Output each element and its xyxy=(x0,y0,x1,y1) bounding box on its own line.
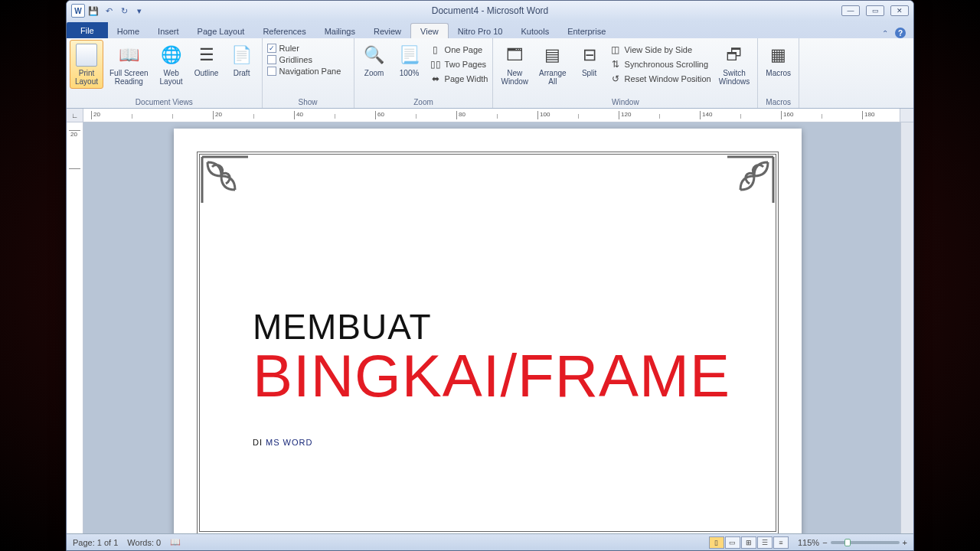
tab-mailings[interactable]: Mailings xyxy=(315,24,364,38)
ribbon-tabs: File Home Insert Page Layout References … xyxy=(67,21,913,38)
split-button[interactable]: ⊟Split xyxy=(573,40,606,80)
zoom-slider[interactable] xyxy=(831,541,900,544)
macros-icon: ▦ xyxy=(766,43,791,67)
group-macros: ▦Macros Macros xyxy=(758,38,799,108)
outline-icon: ☰ xyxy=(194,43,219,67)
status-bar: Page: 1 of 1 Words: 0 📖 ▯ ▭ ⊞ ☰ ≡ 115% −… xyxy=(67,533,913,550)
two-pages-button[interactable]: ▯▯Two Pages xyxy=(428,57,490,71)
save-button[interactable]: 💾 xyxy=(87,4,100,18)
tab-review[interactable]: Review xyxy=(364,24,410,38)
minimize-ribbon-icon[interactable]: ⌃ xyxy=(880,28,890,38)
one-page-button[interactable]: ▯One Page xyxy=(428,43,490,57)
one-page-icon: ▯ xyxy=(430,44,442,56)
status-proof-icon[interactable]: 📖 xyxy=(170,537,181,547)
view-draft-btn[interactable]: ≡ xyxy=(773,536,789,549)
page-width-button[interactable]: ⬌Page Width xyxy=(428,72,490,86)
tab-pagelayout[interactable]: Page Layout xyxy=(188,24,254,38)
new-window-icon: 🗔 xyxy=(502,43,527,67)
tab-view[interactable]: View xyxy=(410,23,449,38)
status-page[interactable]: Page: 1 of 1 xyxy=(73,538,118,547)
macros-button[interactable]: ▦Macros xyxy=(761,40,795,80)
zoom-level[interactable]: 115% xyxy=(798,538,819,547)
globe-icon: 🌐 xyxy=(159,43,184,67)
tab-references[interactable]: References xyxy=(253,24,315,38)
draft-icon: 📄 xyxy=(230,43,254,67)
gridlines-checkbox[interactable]: Gridlines xyxy=(266,54,343,65)
tab-insert[interactable]: Insert xyxy=(149,24,188,38)
corner-ornament-tl xyxy=(198,153,252,207)
view-print-layout[interactable]: ▯ xyxy=(709,536,724,549)
tab-home[interactable]: Home xyxy=(108,24,149,38)
view-buttons: ▯ ▭ ⊞ ☰ ≡ xyxy=(709,536,789,549)
vertical-ruler[interactable]: 20 xyxy=(67,122,83,533)
zoom-100-button[interactable]: 📃100% xyxy=(393,40,426,80)
view-web[interactable]: ⊞ xyxy=(741,536,756,549)
view-outline-btn[interactable]: ☰ xyxy=(757,536,773,549)
ruler-checkbox[interactable]: ✓Ruler xyxy=(266,43,343,54)
page-width-icon: ⬌ xyxy=(430,73,442,85)
group-zoom: 🔍Zoom 📃100% ▯One Page ▯▯Two Pages ⬌Page … xyxy=(354,38,494,108)
draft-button[interactable]: 📄Draft xyxy=(225,40,259,80)
print-layout-icon xyxy=(74,43,99,67)
undo-button[interactable]: ↶ xyxy=(102,4,116,18)
switch-icon: 🗗 xyxy=(722,43,746,67)
split-icon: ⊟ xyxy=(577,43,602,67)
app-window: W 💾 ↶ ↻ ▾ Document4 - Microsoft Word — ▭… xyxy=(66,0,914,551)
tab-file[interactable]: File xyxy=(67,22,108,38)
help-icon[interactable]: ? xyxy=(895,28,906,38)
word-icon[interactable]: W xyxy=(71,4,85,18)
ribbon: PrintLayout 📖Full ScreenReading 🌐WebLayo… xyxy=(67,38,913,109)
window-title: Document4 - Microsoft Word xyxy=(432,5,549,16)
group-window: 🗔NewWindow ▤ArrangeAll ⊟Split ◫View Side… xyxy=(493,38,758,108)
sync-icon: ⇅ xyxy=(609,58,622,70)
magnifier-icon: 🔍 xyxy=(362,43,387,67)
view-fullscreen[interactable]: ▭ xyxy=(725,536,740,549)
tab-enterprise[interactable]: Enterprise xyxy=(558,24,615,38)
quick-access-toolbar: W 💾 ↶ ↻ ▾ xyxy=(71,4,146,18)
horizontal-ruler[interactable]: 2020406080100120140160180 xyxy=(83,109,900,122)
horizontal-ruler-bar: ∟ 2020406080100120140160180 xyxy=(67,109,913,122)
reset-window-button: ↺Reset Window Position xyxy=(608,72,713,86)
overlay-caption: MEMBUAT BINGKAI/FRAME DI MS WORD xyxy=(253,306,730,455)
tab-nitro[interactable]: Nitro Pro 10 xyxy=(449,24,512,38)
zoom-out-button[interactable]: − xyxy=(822,538,827,547)
group-show: ✓Ruler Gridlines Navigation Pane Show xyxy=(263,38,354,108)
page-100-icon: 📃 xyxy=(397,43,422,67)
zoom-control: 115% − + xyxy=(798,538,907,547)
corner-ornament-tr xyxy=(724,153,777,207)
sbs-icon: ◫ xyxy=(609,44,622,56)
web-layout-button[interactable]: 🌐WebLayout xyxy=(155,40,188,89)
book-icon: 📖 xyxy=(116,43,141,67)
fullscreen-reading-button[interactable]: 📖Full ScreenReading xyxy=(105,40,153,89)
title-bar: W 💾 ↶ ↻ ▾ Document4 - Microsoft Word — ▭… xyxy=(67,1,913,21)
new-window-button[interactable]: 🗔NewWindow xyxy=(496,40,533,89)
reset-icon: ↺ xyxy=(609,73,622,85)
zoom-button[interactable]: 🔍Zoom xyxy=(358,40,391,80)
view-side-by-side-button: ◫View Side by Side xyxy=(608,43,713,57)
minimize-button[interactable]: — xyxy=(841,5,860,16)
switch-windows-button[interactable]: 🗗SwitchWindows xyxy=(714,40,755,89)
status-words[interactable]: Words: 0 xyxy=(127,538,161,547)
arrange-all-button[interactable]: ▤ArrangeAll xyxy=(534,40,571,89)
arrange-icon: ▤ xyxy=(541,43,565,67)
redo-button[interactable]: ↻ xyxy=(117,4,131,18)
navpane-checkbox[interactable]: Navigation Pane xyxy=(266,66,343,77)
print-layout-button[interactable]: PrintLayout xyxy=(70,40,103,89)
zoom-in-button[interactable]: + xyxy=(903,538,907,547)
outline-button[interactable]: ☰Outline xyxy=(190,40,224,80)
tab-kutools[interactable]: Kutools xyxy=(511,24,558,38)
close-button[interactable]: ✕ xyxy=(890,5,909,16)
qat-dropdown[interactable]: ▾ xyxy=(132,4,146,18)
two-pages-icon: ▯▯ xyxy=(430,58,442,70)
window-controls: — ▭ ✕ xyxy=(841,5,909,16)
ruler-corner[interactable]: ∟ xyxy=(67,109,83,122)
vertical-scrollbar[interactable] xyxy=(900,122,913,533)
group-document-views: PrintLayout 📖Full ScreenReading 🌐WebLayo… xyxy=(67,38,263,108)
maximize-button[interactable]: ▭ xyxy=(866,5,884,16)
sync-scroll-button: ⇅Synchronous Scrolling xyxy=(608,57,713,71)
